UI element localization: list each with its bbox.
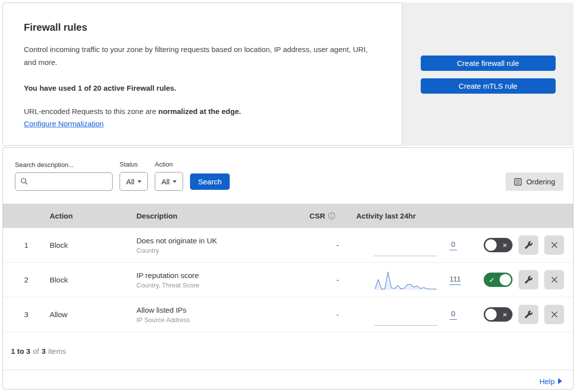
page-description: Control incoming traffic to your zone by… (24, 43, 381, 69)
normalization-bold: normalized at the edge. (158, 107, 241, 115)
info-icon[interactable] (328, 212, 335, 220)
rule-description-cell: IP reputation score Country, Threat Scor… (136, 271, 295, 289)
column-action: Action (50, 212, 136, 220)
edit-rule-button[interactable] (518, 305, 538, 324)
arrow-right-icon (558, 378, 562, 384)
table-header: Action Description CSR Activity last 24h… (3, 204, 573, 228)
column-activity: Activity last 24hr (350, 212, 474, 220)
wrench-icon (524, 276, 533, 284)
check-icon: ✓ (489, 275, 495, 284)
configure-normalization-link[interactable]: Configure Normalization (24, 119, 104, 128)
column-description: Description (136, 212, 295, 220)
rule-activity-cell: 0 (350, 234, 474, 256)
close-icon (551, 311, 558, 318)
items-total: 3 (42, 347, 46, 355)
normalization-note: URL-encoded Requests to this zone are no… (24, 107, 381, 115)
rule-activity-cell: 0 (350, 304, 474, 326)
create-firewall-rule-button[interactable]: Create firewall rule (421, 56, 556, 71)
rule-description: Does not originate in UK (136, 236, 295, 245)
rule-number: 1 (3, 241, 50, 249)
activity-count-link[interactable]: 0 (449, 240, 457, 250)
action-dropdown-value: All (161, 177, 170, 186)
rules-card: Search description... Status All Action (2, 147, 574, 390)
help-link-label: Help (539, 377, 555, 386)
rule-controls: ✓ × (474, 270, 573, 289)
rule-action: Allow (50, 310, 136, 319)
search-button[interactable]: Search (190, 173, 230, 190)
table-row: 3 Allow Allow listed IPs IP Source Addre… (3, 297, 573, 332)
csr-header-label: CSR (310, 212, 325, 220)
rule-action: Block (50, 241, 136, 249)
pagination-summary: 1 to 3 of 3 items (3, 332, 573, 370)
rule-csr: - (295, 276, 350, 284)
wrench-icon (524, 310, 533, 319)
create-mtls-rule-button[interactable]: Create mTLS rule (421, 78, 556, 94)
filter-bar: Search description... Status All Action (3, 148, 573, 204)
rule-number: 2 (3, 276, 50, 284)
delete-rule-button[interactable] (544, 305, 564, 324)
activity-count-link[interactable]: 0 (449, 309, 457, 320)
delete-rule-button[interactable] (544, 270, 564, 289)
search-input[interactable] (15, 172, 113, 191)
rule-controls: ✓ × (474, 305, 573, 324)
table-row: 1 Block Does not originate in UK Country… (3, 228, 573, 263)
rule-action: Block (50, 276, 136, 284)
rule-csr: - (295, 241, 350, 249)
activity-count-link[interactable]: 111 (449, 275, 461, 285)
chevron-down-icon (173, 180, 177, 183)
search-field: Search description... (15, 161, 113, 191)
ordering-button[interactable]: Ordering (506, 172, 564, 191)
delete-rule-button[interactable] (544, 235, 564, 255)
rule-controls: ✓ × (474, 235, 573, 255)
column-csr: CSR (295, 212, 350, 220)
actions-panel: Create firewall rule Create mTLS rule (402, 2, 574, 146)
search-input-wrap (15, 172, 113, 191)
activity-sparkline-empty (374, 304, 438, 326)
rule-csr: - (295, 310, 350, 319)
table-row: 2 Block IP reputation score Country, Thr… (3, 263, 573, 297)
action-label: Action (155, 161, 183, 168)
rule-toggle[interactable]: ✓ × (484, 238, 512, 252)
toggle-knob (485, 309, 497, 320)
x-icon: × (503, 241, 507, 249)
rule-toggle[interactable]: ✓ × (484, 273, 512, 287)
items-label: items (48, 347, 66, 355)
status-dropdown[interactable]: All (120, 172, 148, 191)
action-dropdown[interactable]: All (155, 172, 183, 191)
rule-fields: Country, Threat Score (136, 281, 295, 289)
rule-description: IP reputation score (136, 271, 295, 280)
items-range: 1 to 3 (11, 347, 30, 355)
close-icon (551, 276, 558, 283)
status-label: Status (120, 161, 148, 168)
usage-note: You have used 1 of 20 active Firewall ru… (24, 84, 381, 92)
x-icon: × (503, 310, 507, 319)
toggle-knob (500, 274, 511, 285)
status-dropdown-value: All (126, 177, 134, 186)
normalization-prefix: URL-encoded Requests to this zone are (24, 107, 158, 115)
search-label: Search description... (15, 161, 113, 168)
edit-rule-button[interactable] (518, 235, 538, 255)
of-label: of (33, 347, 39, 355)
help-row: Help (3, 370, 573, 390)
rule-fields: IP Source Address (136, 316, 295, 324)
help-link[interactable]: Help (539, 377, 562, 386)
rule-toggle[interactable]: ✓ × (484, 307, 512, 322)
activity-sparkline (374, 269, 438, 291)
rule-description: Allow listed IPs (136, 306, 295, 314)
page-title: Firewall rules (24, 22, 381, 33)
chevron-down-icon (137, 180, 141, 183)
intro-card: Firewall rules Control incoming traffic … (2, 2, 402, 146)
status-field: Status All (120, 161, 148, 191)
rule-fields: Country (136, 247, 295, 254)
rule-activity-cell: 111 (350, 269, 474, 291)
activity-sparkline-empty (374, 234, 438, 256)
search-icon (20, 177, 28, 185)
rule-description-cell: Allow listed IPs IP Source Address (136, 306, 295, 324)
rule-number: 3 (3, 310, 50, 319)
top-section: Firewall rules Control incoming traffic … (2, 2, 574, 146)
edit-rule-button[interactable] (518, 270, 538, 289)
ordering-list-icon (514, 178, 522, 186)
wrench-icon (524, 241, 533, 249)
ordering-button-label: Ordering (526, 177, 555, 186)
toggle-knob (485, 239, 497, 251)
